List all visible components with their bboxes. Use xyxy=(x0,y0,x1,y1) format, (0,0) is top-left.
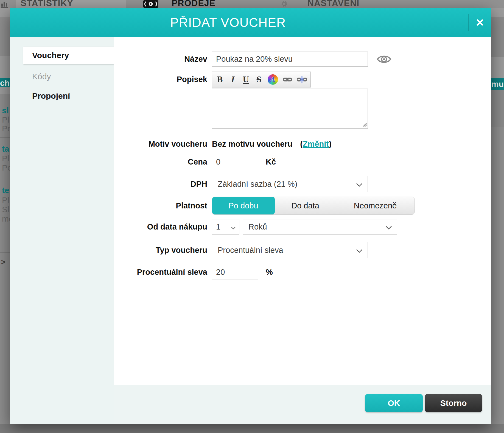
row-motiv: Motiv voucheru Bez motivu voucheru (Změn… xyxy=(114,138,491,150)
dph-label: DPH xyxy=(114,180,207,189)
close-icon: × xyxy=(476,15,484,30)
cena-input[interactable] xyxy=(212,155,258,169)
nav-tab-nastaveni[interactable]: NASTAVENÍ xyxy=(307,0,359,8)
header-divider xyxy=(468,14,469,31)
richtext-toolbar: B I U S A xyxy=(212,72,311,87)
sleva-label: Procentuální sleva xyxy=(114,268,207,277)
unlink-icon[interactable] xyxy=(297,76,307,83)
storno-button[interactable]: Storno xyxy=(425,394,482,412)
row-od-data-nakupu: Od data nákupu 1 Roků xyxy=(114,219,491,235)
ok-button[interactable]: OK xyxy=(365,394,423,412)
nazev-label: Název xyxy=(114,55,207,64)
row-typ-voucheru: Typ voucheru Procentuální sleva xyxy=(114,242,491,258)
row-dph: DPH Základní sazba (21 %) xyxy=(114,176,491,192)
motiv-label: Motiv voucheru xyxy=(114,140,207,149)
font-color-icon[interactable]: A xyxy=(268,74,278,85)
eye-icon[interactable] xyxy=(377,54,391,64)
chevron-down-icon xyxy=(231,222,236,231)
row-procentualni-sleva: Procentuální sleva % xyxy=(114,265,491,279)
background-right-fragment: mul xyxy=(491,8,504,424)
cena-label: Cena xyxy=(114,157,207,166)
dialog-sidebar: Vouchery Kódy Propojení xyxy=(10,37,114,424)
dialog-content: Název Popisek B I U S A xyxy=(114,37,491,385)
background-left-fragment: che sl Pl Po ta Pl Pe te Pl Sl me > xyxy=(0,8,10,424)
bar-chart-icon xyxy=(1,1,8,8)
platnost-option-do-data[interactable]: Do data xyxy=(275,197,336,214)
italic-icon[interactable]: I xyxy=(229,75,237,84)
platnost-segmented-control: Po dobu Do data Neomezeně xyxy=(212,197,415,215)
popisek-label: Popisek xyxy=(114,72,207,84)
link-icon[interactable] xyxy=(282,76,292,83)
tab-kody[interactable]: Kódy xyxy=(32,72,51,81)
platnost-option-neomezene[interactable]: Neomezeně xyxy=(336,197,415,214)
dialog-title: PŘIDAT VOUCHER xyxy=(10,8,446,37)
platnost-label: Platnost xyxy=(114,201,207,210)
bold-icon[interactable]: B xyxy=(215,75,224,84)
list-item-link[interactable]: ta xyxy=(2,144,9,154)
underline-icon[interactable]: U xyxy=(242,75,250,84)
add-voucher-dialog: PŘIDAT VOUCHER × Vouchery Kódy Propojení… xyxy=(10,8,491,424)
chevron-down-icon xyxy=(385,222,392,231)
row-popisek: Popisek B I U S A xyxy=(114,72,491,130)
tab-vouchery[interactable]: Vouchery xyxy=(23,47,114,64)
list-item-link[interactable]: sl xyxy=(2,106,9,115)
close-button[interactable]: × xyxy=(469,8,491,37)
tab-propojeni[interactable]: Propojení xyxy=(32,91,70,101)
typ-voucheru-select[interactable]: Procentuální sleva xyxy=(212,242,368,258)
platnost-option-po-dobu[interactable]: Po dobu xyxy=(212,197,275,215)
row-nazev: Název xyxy=(114,52,491,67)
duration-unit-select[interactable]: Roků xyxy=(243,219,397,235)
typ-label: Typ voucheru xyxy=(114,246,207,255)
sleva-input[interactable] xyxy=(212,265,258,279)
dph-select[interactable]: Základní sazba (21 %) xyxy=(212,176,368,192)
chevron-down-icon xyxy=(356,246,363,255)
nav-tab-prodeje[interactable]: PRODEJE xyxy=(172,0,215,8)
od-data-label: Od data nákupu xyxy=(114,222,207,231)
duration-count-select[interactable]: 1 xyxy=(212,219,239,235)
collapse-chevron[interactable]: > xyxy=(1,258,5,267)
row-platnost: Platnost Po dobu Do data Neomezeně xyxy=(114,197,491,215)
gear-icon xyxy=(280,0,288,8)
popisek-textarea[interactable] xyxy=(212,89,368,129)
cena-unit: Kč xyxy=(266,157,276,166)
list-item-link[interactable]: te xyxy=(2,186,9,195)
resize-grip-icon[interactable] xyxy=(362,122,367,128)
nazev-input[interactable] xyxy=(212,52,368,67)
dialog-header: PŘIDAT VOUCHER × xyxy=(10,8,491,37)
background-top-nav: STATISTIKY PRODEJE NASTAVENÍ xyxy=(0,0,504,8)
sleva-unit: % xyxy=(266,268,273,277)
motiv-value: Bez motivu voucheru xyxy=(212,140,292,149)
zmenit-link[interactable]: Změnit xyxy=(303,140,329,148)
row-cena: Cena Kč xyxy=(114,155,491,169)
nav-tab-statistiky[interactable]: STATISTIKY xyxy=(21,0,73,8)
banknote-icon xyxy=(142,0,159,8)
strikethrough-icon[interactable]: S xyxy=(255,75,264,84)
background-bottom xyxy=(0,424,504,433)
chevron-down-icon xyxy=(356,180,363,189)
